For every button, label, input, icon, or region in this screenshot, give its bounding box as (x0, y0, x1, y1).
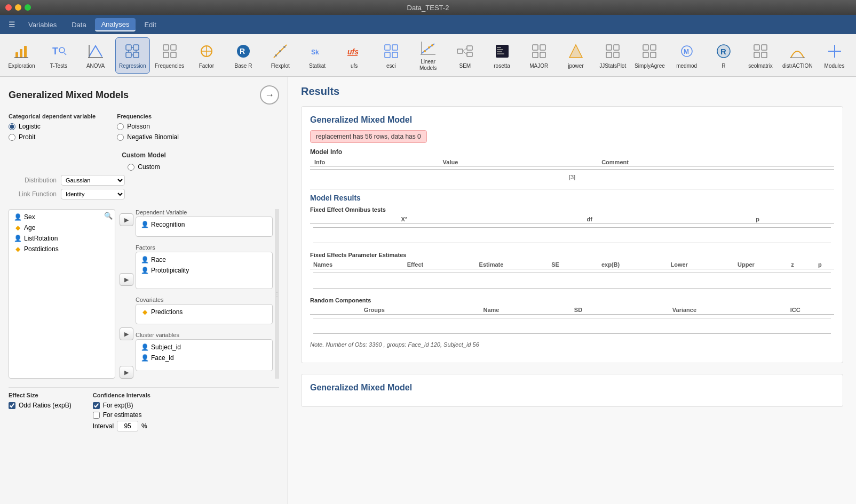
neg-binomial-option[interactable]: Negative Binomial (117, 133, 179, 141)
assign-cluster-btn[interactable]: ▶ (120, 366, 133, 379)
toolbar-exploration[interactable]: Exploration (4, 37, 39, 74)
toolbar-r[interactable]: R R (706, 37, 741, 74)
baser-label: Base R (235, 63, 252, 69)
esci-icon (382, 42, 401, 61)
svg-rect-17 (163, 45, 169, 50)
exploration-icon (12, 42, 31, 61)
predictions-label: Predictions (151, 308, 183, 316)
odd-ratios-option[interactable]: Odd Ratios (expB) (9, 402, 72, 409)
fixed-effect-label: Fixed Effect Omnibus tests (310, 206, 834, 213)
assign-dependent-btn[interactable]: ▶ (120, 213, 133, 226)
svg-rect-34 (392, 45, 398, 50)
for-estimates-checkbox[interactable] (93, 412, 100, 419)
svg-text:M: M (684, 48, 689, 55)
poisson-option[interactable]: Poisson (117, 123, 179, 130)
interval-input[interactable] (117, 421, 138, 431)
var-listrotation-label: ListRotation (24, 235, 58, 242)
assign-factors-btn[interactable]: ▶ (120, 273, 133, 286)
probit-option[interactable]: Probit (9, 133, 96, 141)
var-postdictions[interactable]: ◆ Postdictions (11, 244, 113, 254)
for-expb-option[interactable]: For exp(B) (93, 402, 150, 409)
exploration-label: Exploration (9, 63, 35, 69)
toolbar-sa[interactable]: SimplyAgree (632, 37, 667, 74)
svg-rect-12 (133, 52, 139, 58)
toolbar-anova[interactable]: ANOVA (78, 37, 113, 74)
cluster-box[interactable]: 👤 Subject_id 👤 Face_id (136, 339, 273, 371)
svg-rect-54 (540, 45, 545, 50)
toolbar-factor[interactable]: Factor (189, 37, 224, 74)
vars-area: 🔍 👤 Sex ◆ Age 👤 ListRotation ◆ Postdicti… (9, 209, 279, 379)
drag-handle[interactable]: ⋮ (275, 209, 279, 379)
right-panel: Results Generalized Mixed Model replacem… (288, 77, 856, 504)
minimize-button[interactable] (15, 4, 21, 11)
var-sex[interactable]: 👤 Sex (11, 212, 113, 222)
link-label: Link Function (9, 190, 57, 198)
toolbar-medmod[interactable]: M medmod (669, 37, 704, 74)
var-age[interactable]: ◆ Age (11, 222, 113, 233)
search-icon[interactable]: 🔍 (104, 212, 113, 220)
assign-covariates-btn[interactable]: ▶ (120, 327, 133, 340)
toolbar-rosetta[interactable]: rosetta (485, 37, 519, 74)
odd-ratios-checkbox[interactable] (9, 402, 15, 409)
covariates-section: Covariates ◆ Predictions (136, 297, 273, 324)
var-listrotation[interactable]: 👤 ListRotation (11, 233, 113, 244)
menu-variables[interactable]: Variables (22, 19, 63, 31)
distraction-icon (788, 42, 807, 61)
link-row: Link Function Identity Logit Log (9, 189, 279, 199)
menu-edit[interactable]: Edit (138, 19, 162, 31)
interval-suffix: % (141, 422, 147, 430)
ufs-label: ufs (351, 63, 358, 69)
col-expb: exp(B) (575, 260, 645, 269)
svg-rect-63 (643, 52, 648, 58)
logistic-option[interactable]: Logistic (9, 123, 96, 130)
toolbar-distraction[interactable]: distrACTION (780, 37, 815, 74)
fullscreen-button[interactable] (25, 4, 31, 11)
logistic-radio[interactable] (9, 123, 15, 130)
hamburger-menu[interactable]: ☰ (4, 18, 20, 31)
menu-data[interactable]: Data (65, 19, 92, 31)
for-expb-checkbox[interactable] (93, 402, 100, 409)
toolbar-jjstats[interactable]: JJStatsPlot (596, 37, 630, 74)
toolbar-frequencies[interactable]: Frequencies (152, 37, 187, 74)
medmod-icon: M (677, 42, 696, 61)
col-chi2: X² (310, 215, 498, 224)
dependent-box[interactable]: 👤 Recognition (136, 217, 273, 237)
menu-analyses[interactable]: Analyses (95, 18, 136, 31)
col-comment: Comment (597, 158, 834, 167)
toolbar-flexplot[interactable]: Flexplot (263, 37, 298, 74)
link-select[interactable]: Identity Logit Log (61, 189, 125, 199)
close-button[interactable] (5, 4, 12, 11)
toolbar-ttests[interactable]: T T-Tests (41, 37, 76, 74)
table-row (310, 276, 834, 285)
toolbar-lm[interactable]: Linear Models (411, 37, 446, 74)
factors-box[interactable]: 👤 Race 👤 Prototipicality (136, 252, 273, 289)
covariates-box[interactable]: ◆ Predictions (136, 304, 273, 324)
table-row (310, 224, 834, 231)
toolbar-sem[interactable]: SEM (448, 37, 482, 74)
neg-binomial-radio[interactable] (117, 134, 124, 141)
distribution-select[interactable]: Gaussian Binomial Poisson (61, 175, 125, 186)
probit-radio[interactable] (9, 134, 15, 141)
toolbar-regression[interactable]: Regression (115, 37, 150, 74)
toolbar-statkat[interactable]: Sk Statkat (300, 37, 335, 74)
categorical-radios: Logistic Probit (9, 123, 96, 141)
toolbar-esci[interactable]: esci (374, 37, 408, 74)
for-estimates-option[interactable]: For estimates (93, 411, 150, 419)
toolbar-seolmatrix[interactable]: seolmatrix (743, 37, 778, 74)
sem-icon (455, 42, 474, 61)
effect-size-group: Effect Size Odd Ratios (expB) (9, 392, 72, 431)
go-button[interactable]: → (260, 85, 279, 105)
toolbar-baser[interactable]: R Base R (226, 37, 260, 74)
table-row (310, 322, 834, 330)
poisson-radio[interactable] (117, 123, 124, 130)
race-label: Race (151, 256, 166, 263)
flexplot-icon (271, 42, 290, 61)
toolbar-major[interactable]: MAJOR (521, 37, 556, 74)
svg-rect-36 (392, 52, 398, 58)
baser-icon: R (234, 42, 253, 61)
custom-radio[interactable] (128, 164, 134, 171)
toolbar-ufs[interactable]: ufs ufs (337, 37, 371, 74)
toolbar-modules[interactable]: Modules (817, 37, 852, 74)
toolbar-jpower[interactable]: jpower (558, 37, 593, 74)
svg-rect-35 (385, 52, 390, 58)
